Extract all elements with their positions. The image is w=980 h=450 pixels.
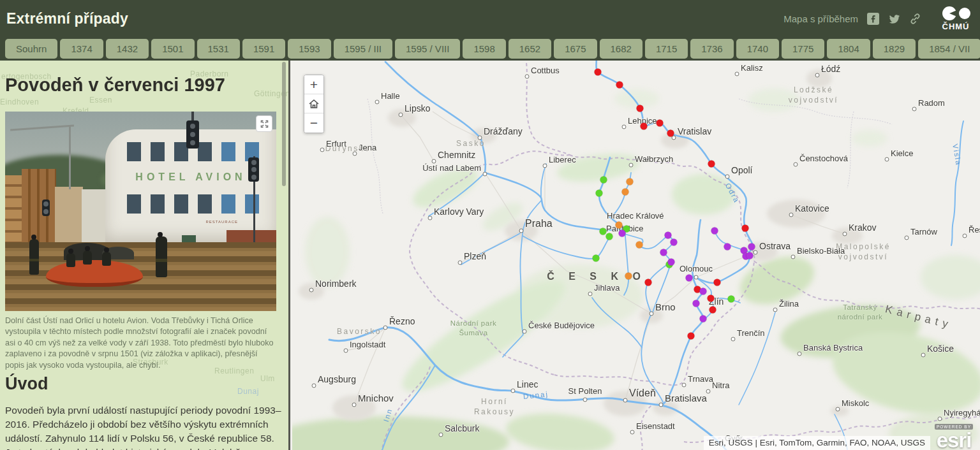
- city-marker: [525, 75, 530, 79]
- flood-marker-red[interactable]: [595, 69, 602, 76]
- flood-marker-orange[interactable]: [636, 242, 643, 249]
- flood-marker-red[interactable]: [709, 307, 716, 314]
- flood-marker-green[interactable]: [606, 233, 613, 240]
- flood-marker-red[interactable]: [657, 120, 664, 127]
- tab-1501[interactable]: 1501: [151, 39, 194, 59]
- flood-marker-red[interactable]: [708, 295, 715, 302]
- city-label: Jena: [359, 143, 376, 152]
- flood-photo[interactable]: HOTEL AVION RESTAURACE: [5, 112, 276, 311]
- sidebar-scrollbar[interactable]: [282, 62, 286, 186]
- city-label: Praha: [525, 218, 553, 229]
- flood-marker-purple[interactable]: [660, 249, 667, 256]
- tab-1598[interactable]: 1598: [463, 39, 505, 59]
- city-label: Mnichov: [358, 393, 394, 403]
- zoom-in-button[interactable]: +: [304, 75, 323, 94]
- tab-1374[interactable]: 1374: [60, 39, 103, 59]
- flood-marker-green[interactable]: [600, 228, 607, 235]
- city-marker: [843, 232, 847, 236]
- person: [66, 253, 75, 267]
- city-label: Kalisz: [741, 63, 763, 73]
- flood-marker-purple[interactable]: [671, 239, 678, 246]
- chmu-logo[interactable]: ČHMÚ: [940, 6, 971, 31]
- flood-marker-red[interactable]: [616, 82, 623, 89]
- page-title: Extrémní případy: [6, 10, 128, 27]
- city-marker: [478, 136, 482, 140]
- flood-marker-purple[interactable]: [700, 288, 707, 295]
- city-marker: [375, 100, 380, 105]
- flood-marker-red[interactable]: [641, 123, 648, 130]
- flood-marker-purple[interactable]: [693, 300, 700, 307]
- tab-1775[interactable]: 1775: [782, 39, 824, 59]
- flood-marker-red[interactable]: [688, 333, 695, 340]
- flood-marker-red[interactable]: [667, 130, 674, 137]
- city-label: Karlovy Vary: [434, 207, 484, 217]
- story-map-link[interactable]: Mapa s příběhem: [783, 13, 858, 24]
- city-label: Liberec: [549, 155, 576, 164]
- flood-marker-purple[interactable]: [711, 228, 718, 235]
- share-link-icon[interactable]: [909, 13, 921, 25]
- story-sidebar: ertogenboschPaderbornGöttingenEindhovenE…: [0, 61, 290, 450]
- home-button[interactable]: [304, 94, 323, 113]
- flood-marker-purple[interactable]: [700, 316, 707, 323]
- firefighter: [156, 236, 167, 277]
- flood-marker-red[interactable]: [742, 225, 749, 232]
- tab-1595-iii[interactable]: 1595 / III: [334, 39, 392, 59]
- tab-1682[interactable]: 1682: [600, 39, 642, 59]
- flood-marker-red[interactable]: [637, 105, 644, 112]
- flood-marker-purple[interactable]: [668, 259, 675, 266]
- city-marker: [458, 261, 463, 265]
- city-label: Trenčín: [737, 328, 765, 338]
- tab-1740[interactable]: 1740: [736, 39, 779, 59]
- flood-marker-red[interactable]: [714, 279, 721, 286]
- flood-marker-green[interactable]: [600, 177, 607, 184]
- tab-1715[interactable]: 1715: [645, 39, 688, 59]
- map-region-label: Bavorsko: [337, 327, 382, 337]
- tab-1591[interactable]: 1591: [242, 39, 285, 59]
- twitter-icon[interactable]: [888, 13, 900, 25]
- tab-1804[interactable]: 1804: [827, 39, 870, 59]
- city-label: St Polten: [568, 386, 602, 396]
- flood-marker-purple[interactable]: [619, 230, 626, 237]
- city-marker: [815, 73, 820, 78]
- flood-marker-orange[interactable]: [622, 189, 629, 196]
- city-marker: [731, 337, 736, 342]
- city-marker: [630, 430, 635, 435]
- map-controls: + −: [304, 75, 324, 133]
- tab-1531[interactable]: 1531: [197, 39, 240, 59]
- city-label: Krakov: [849, 222, 877, 233]
- flood-marker-purple[interactable]: [686, 275, 693, 282]
- tab-1593[interactable]: 1593: [288, 39, 330, 59]
- photo-expand-button[interactable]: [256, 115, 272, 132]
- tab-1595-viii[interactable]: 1595 / VIII: [395, 39, 460, 59]
- tab-1432[interactable]: 1432: [106, 39, 149, 59]
- flood-marker-orange[interactable]: [627, 178, 634, 185]
- map-canvas[interactable]: CottbusHalleLipskoErfurtJenaChemnitzDráž…: [292, 61, 980, 450]
- flood-marker-orange[interactable]: [625, 273, 632, 280]
- flood-marker-orange[interactable]: [616, 222, 623, 229]
- city-marker: [439, 433, 443, 437]
- zoom-out-button[interactable]: −: [304, 113, 323, 133]
- flood-marker-purple[interactable]: [724, 243, 731, 250]
- tab-1736[interactable]: 1736: [690, 39, 733, 59]
- facebook-icon[interactable]: [867, 13, 879, 25]
- photo-building: [5, 175, 23, 245]
- city-label: Řešov: [969, 225, 980, 235]
- flood-marker-purple[interactable]: [746, 252, 754, 259]
- city-marker: [921, 353, 926, 358]
- city-label: Řezno: [389, 316, 415, 326]
- photo-caption: Dolní část Ústí nad Orlicí u hotelu Avio…: [5, 316, 278, 371]
- flood-marker-red[interactable]: [645, 279, 652, 286]
- city-label: Erfurt: [326, 139, 346, 149]
- tab-1675[interactable]: 1675: [554, 39, 597, 59]
- flood-marker-purple[interactable]: [748, 243, 755, 250]
- tab-1829[interactable]: 1829: [873, 39, 916, 59]
- tab-1854-vii[interactable]: 1854 / VII: [918, 39, 980, 59]
- flood-marker-red[interactable]: [708, 161, 715, 168]
- section-heading: Úvod: [5, 374, 48, 394]
- flood-marker-green[interactable]: [593, 255, 600, 262]
- tab-souhrn[interactable]: Souhrn: [5, 39, 57, 59]
- flood-marker-purple[interactable]: [665, 232, 672, 239]
- flood-marker-green[interactable]: [728, 296, 735, 303]
- tab-1652[interactable]: 1652: [509, 39, 551, 59]
- flood-marker-green[interactable]: [596, 190, 603, 197]
